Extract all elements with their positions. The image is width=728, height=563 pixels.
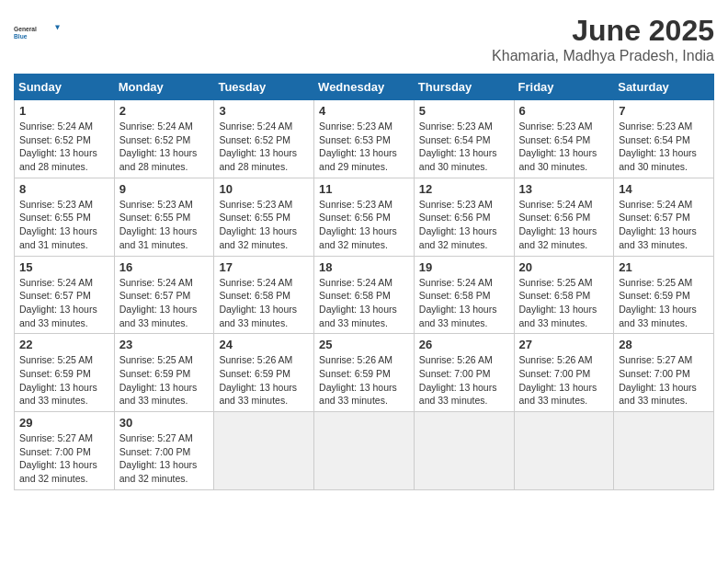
sunrise-text: Sunrise: 5:27 AM (119, 432, 193, 443)
calendar-cell: 28 Sunrise: 5:27 AM Sunset: 7:00 PM Dayl… (614, 334, 714, 412)
day-info: Sunrise: 5:23 AM Sunset: 6:54 PM Dayligh… (519, 120, 609, 174)
sunset-text: Sunset: 6:58 PM (419, 290, 491, 301)
day-number: 17 (219, 260, 309, 274)
daylight-text: Daylight: 13 hours and 32 minutes. (119, 459, 198, 484)
day-info: Sunrise: 5:25 AM Sunset: 6:59 PM Dayligh… (19, 353, 109, 408)
sunrise-text: Sunrise: 5:23 AM (219, 199, 292, 210)
daylight-text: Daylight: 13 hours and 28 minutes. (219, 147, 297, 172)
calendar-cell: 12 Sunrise: 5:23 AM Sunset: 6:56 PM Dayl… (414, 178, 514, 256)
sunrise-text: Sunrise: 5:25 AM (519, 277, 593, 288)
daylight-text: Daylight: 13 hours and 33 minutes. (519, 382, 597, 407)
calendar-cell: 3 Sunrise: 5:24 AM Sunset: 6:52 PM Dayli… (214, 100, 314, 178)
day-info: Sunrise: 5:24 AM Sunset: 6:57 PM Dayligh… (119, 276, 210, 330)
sunrise-text: Sunrise: 5:24 AM (619, 199, 692, 210)
day-number: 14 (619, 182, 709, 196)
calendar-cell: 18 Sunrise: 5:24 AM Sunset: 6:58 PM Dayl… (314, 256, 415, 334)
sunset-text: Sunset: 6:59 PM (319, 368, 391, 379)
daylight-text: Daylight: 13 hours and 31 minutes. (19, 225, 97, 250)
sunset-text: Sunset: 6:58 PM (519, 290, 591, 301)
calendar-week-row: 8 Sunrise: 5:23 AM Sunset: 6:55 PM Dayli… (15, 178, 714, 256)
daylight-text: Daylight: 13 hours and 33 minutes. (619, 382, 697, 407)
daylight-text: Daylight: 13 hours and 32 minutes. (319, 225, 397, 250)
logo-svg: General Blue (14, 14, 60, 51)
sunrise-text: Sunrise: 5:26 AM (519, 354, 593, 365)
sunset-text: Sunset: 7:00 PM (419, 368, 491, 379)
day-info: Sunrise: 5:24 AM Sunset: 6:58 PM Dayligh… (219, 276, 309, 330)
daylight-text: Daylight: 13 hours and 33 minutes. (119, 304, 198, 328)
calendar-week-row: 29 Sunrise: 5:27 AM Sunset: 7:00 PM Dayl… (15, 412, 714, 490)
day-number: 1 (19, 104, 109, 118)
calendar-cell: 2 Sunrise: 5:24 AM Sunset: 6:52 PM Dayli… (114, 100, 214, 178)
daylight-text: Daylight: 13 hours and 32 minutes. (219, 225, 297, 250)
day-info: Sunrise: 5:24 AM Sunset: 6:52 PM Dayligh… (219, 120, 309, 174)
calendar-cell: 10 Sunrise: 5:23 AM Sunset: 6:55 PM Dayl… (214, 178, 314, 256)
day-info: Sunrise: 5:24 AM Sunset: 6:58 PM Dayligh… (419, 276, 509, 330)
day-number: 9 (119, 182, 210, 196)
sunset-text: Sunset: 6:59 PM (619, 290, 690, 301)
calendar-cell: 4 Sunrise: 5:23 AM Sunset: 6:53 PM Dayli… (314, 100, 415, 178)
sunrise-text: Sunrise: 5:26 AM (319, 354, 392, 365)
day-info: Sunrise: 5:26 AM Sunset: 6:59 PM Dayligh… (319, 353, 409, 408)
day-number: 6 (519, 104, 609, 118)
calendar-cell: 9 Sunrise: 5:23 AM Sunset: 6:55 PM Dayli… (114, 178, 214, 256)
daylight-text: Daylight: 13 hours and 30 minutes. (419, 147, 497, 172)
calendar-cell: 29 Sunrise: 5:27 AM Sunset: 7:00 PM Dayl… (15, 412, 115, 490)
svg-text:Blue: Blue (14, 33, 28, 40)
sunrise-text: Sunrise: 5:23 AM (119, 199, 193, 210)
sunrise-text: Sunrise: 5:23 AM (619, 121, 692, 132)
sunset-text: Sunset: 6:55 PM (219, 212, 290, 223)
daylight-text: Daylight: 13 hours and 33 minutes. (219, 304, 297, 328)
day-info: Sunrise: 5:26 AM Sunset: 6:59 PM Dayligh… (219, 353, 309, 408)
calendar-cell: 7 Sunrise: 5:23 AM Sunset: 6:54 PM Dayli… (614, 100, 714, 178)
sunrise-text: Sunrise: 5:23 AM (519, 121, 593, 132)
day-info: Sunrise: 5:23 AM Sunset: 6:54 PM Dayligh… (419, 120, 509, 174)
day-number: 23 (119, 338, 210, 351)
logo: General Blue (14, 14, 60, 51)
day-info: Sunrise: 5:23 AM Sunset: 6:55 PM Dayligh… (119, 198, 210, 252)
day-number: 12 (419, 182, 509, 196)
calendar-week-row: 15 Sunrise: 5:24 AM Sunset: 6:57 PM Dayl… (15, 256, 714, 334)
calendar-cell (514, 412, 614, 490)
daylight-text: Daylight: 13 hours and 32 minutes. (19, 459, 97, 484)
calendar-day-header: Saturday (614, 75, 714, 100)
sunrise-text: Sunrise: 5:24 AM (419, 277, 493, 288)
daylight-text: Daylight: 13 hours and 33 minutes. (119, 382, 198, 407)
sunset-text: Sunset: 6:59 PM (219, 368, 290, 379)
daylight-text: Daylight: 13 hours and 33 minutes. (319, 304, 397, 328)
day-number: 3 (219, 104, 309, 118)
daylight-text: Daylight: 13 hours and 33 minutes. (419, 382, 497, 407)
calendar-cell (614, 412, 714, 490)
sunset-text: Sunset: 6:59 PM (19, 368, 91, 379)
title-area: June 2025 Khamaria, Madhya Pradesh, Indi… (492, 14, 714, 64)
daylight-text: Daylight: 13 hours and 33 minutes. (419, 304, 497, 328)
day-number: 15 (19, 260, 109, 274)
sunset-text: Sunset: 6:58 PM (219, 290, 290, 301)
calendar-cell: 30 Sunrise: 5:27 AM Sunset: 7:00 PM Dayl… (114, 412, 214, 490)
calendar-cell: 22 Sunrise: 5:25 AM Sunset: 6:59 PM Dayl… (15, 334, 115, 412)
daylight-text: Daylight: 13 hours and 32 minutes. (519, 225, 597, 250)
day-number: 19 (419, 260, 509, 274)
calendar-cell: 16 Sunrise: 5:24 AM Sunset: 6:57 PM Dayl… (114, 256, 214, 334)
sunrise-text: Sunrise: 5:24 AM (119, 121, 193, 132)
day-number: 24 (219, 338, 309, 351)
sunrise-text: Sunrise: 5:23 AM (419, 121, 493, 132)
day-number: 13 (519, 182, 609, 196)
header: General Blue June 2025 Khamaria, Madhya … (14, 14, 714, 64)
sunrise-text: Sunrise: 5:24 AM (319, 277, 392, 288)
day-info: Sunrise: 5:23 AM Sunset: 6:56 PM Dayligh… (319, 198, 409, 252)
day-info: Sunrise: 5:24 AM Sunset: 6:52 PM Dayligh… (19, 120, 109, 174)
daylight-text: Daylight: 13 hours and 28 minutes. (119, 147, 198, 172)
day-number: 4 (319, 104, 409, 118)
day-number: 28 (619, 338, 709, 351)
calendar-cell (314, 412, 415, 490)
day-info: Sunrise: 5:27 AM Sunset: 7:00 PM Dayligh… (119, 431, 210, 486)
day-info: Sunrise: 5:24 AM Sunset: 6:57 PM Dayligh… (19, 276, 109, 330)
main-title: June 2025 (492, 14, 714, 48)
day-info: Sunrise: 5:24 AM Sunset: 6:52 PM Dayligh… (119, 120, 210, 174)
day-info: Sunrise: 5:27 AM Sunset: 7:00 PM Dayligh… (619, 353, 709, 408)
sunset-text: Sunset: 6:57 PM (19, 290, 91, 301)
daylight-text: Daylight: 13 hours and 33 minutes. (219, 382, 297, 407)
day-info: Sunrise: 5:23 AM Sunset: 6:54 PM Dayligh… (619, 120, 709, 174)
day-number: 11 (319, 182, 409, 196)
day-number: 5 (419, 104, 509, 118)
